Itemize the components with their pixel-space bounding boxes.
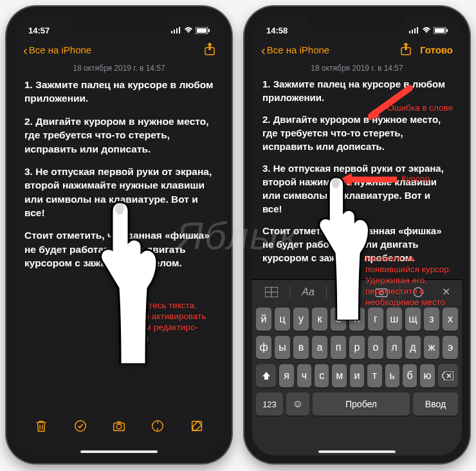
home-indicator[interactable] xyxy=(318,450,396,453)
pointing-hand-icon xyxy=(90,197,161,364)
done-button[interactable]: Готово xyxy=(420,44,453,55)
paragraph: 2. Двигайте курором в нужное место, где … xyxy=(24,115,214,156)
key-щ[interactable]: щ xyxy=(405,308,421,331)
compose-button[interactable] xyxy=(190,419,204,436)
share-icon xyxy=(401,42,411,55)
key-э[interactable]: э xyxy=(443,336,458,359)
battery-icon xyxy=(196,27,210,34)
home-indicator[interactable] xyxy=(80,450,158,453)
key-ы[interactable]: ы xyxy=(275,336,290,359)
key-и[interactable]: и xyxy=(350,364,364,387)
backspace-icon xyxy=(442,371,453,380)
svg-rect-1 xyxy=(174,30,175,33)
phone-left: 14:57 ‹ Все на iPhone 18 октя xyxy=(6,6,232,463)
back-button[interactable]: ‹ Все на iPhone xyxy=(23,44,91,57)
key-row: 123 ☺ Пробел Ввод xyxy=(255,392,459,416)
svg-rect-5 xyxy=(197,28,206,33)
nav-bar: ‹ Все на iPhone xyxy=(14,40,224,62)
wifi-icon xyxy=(422,27,431,33)
back-button[interactable]: ‹ Все на iPhone xyxy=(261,44,329,57)
status-time: 14:58 xyxy=(266,26,288,35)
back-label: Все на iPhone xyxy=(267,44,330,55)
annotation-cursor: Курсор xyxy=(401,174,430,185)
checklist-button[interactable] xyxy=(73,419,87,436)
battery-icon xyxy=(434,27,448,34)
back-label: Все на iPhone xyxy=(29,44,92,55)
share-button[interactable] xyxy=(401,42,411,57)
screen: 14:57 ‹ Все на iPhone 18 октя xyxy=(14,14,224,456)
keyboard: йцукенгшщзх фывапролджэ ячсмитьбю 123 ☺ … xyxy=(252,304,462,456)
note-date: 18 октября 2019 г. в 14:57 xyxy=(14,62,224,78)
share-button[interactable] xyxy=(205,42,215,57)
key-л[interactable]: л xyxy=(387,336,402,359)
key-я[interactable]: я xyxy=(279,364,293,387)
svg-point-13 xyxy=(115,202,124,215)
svg-point-8 xyxy=(75,421,86,432)
svg-rect-6 xyxy=(208,29,210,32)
svg-rect-20 xyxy=(446,29,448,32)
notch xyxy=(71,14,167,31)
bottom-toolbar xyxy=(14,409,224,456)
paragraph: 2. Двигайте курором в нужное место, где … xyxy=(262,113,452,153)
chevron-left-icon: ‹ xyxy=(23,44,28,57)
key-row: фывапролджэ xyxy=(255,336,459,359)
signal-icon xyxy=(409,27,419,33)
key-в[interactable]: в xyxy=(293,336,309,359)
key-ш[interactable]: ш xyxy=(387,308,402,331)
shift-icon xyxy=(261,371,271,381)
svg-rect-15 xyxy=(412,30,413,33)
key-ф[interactable]: ф xyxy=(256,336,271,359)
trash-button[interactable] xyxy=(34,419,48,436)
svg-rect-16 xyxy=(414,28,416,33)
svg-rect-3 xyxy=(179,27,180,33)
wifi-icon xyxy=(184,27,193,33)
nav-bar: ‹ Все на iPhone Готово xyxy=(252,40,462,62)
return-key[interactable]: Ввод xyxy=(413,392,458,416)
key-й[interactable]: й xyxy=(256,308,271,331)
note-date: 18 октября 2019 г. в 14:57 xyxy=(252,62,462,78)
svg-point-29 xyxy=(332,177,340,189)
shift-key[interactable] xyxy=(256,364,276,387)
key-п[interactable]: п xyxy=(331,336,346,359)
key-з[interactable]: з xyxy=(424,308,439,331)
annotation-hold-cursor: Нажмите на появившийся курсор. Удерживая… xyxy=(365,254,455,308)
svg-point-10 xyxy=(116,424,121,429)
emoji-key[interactable]: ☺ xyxy=(286,392,309,416)
signal-icon xyxy=(171,27,181,33)
key-ь[interactable]: ь xyxy=(385,364,399,387)
key-т[interactable]: т xyxy=(367,364,381,387)
markup-button[interactable] xyxy=(151,419,165,436)
key-х[interactable]: х xyxy=(443,308,458,331)
key-с[interactable]: с xyxy=(315,364,329,387)
key-а[interactable]: а xyxy=(312,336,327,359)
pointing-hand-icon xyxy=(309,172,373,320)
svg-rect-0 xyxy=(171,31,172,33)
svg-rect-17 xyxy=(417,27,418,33)
key-у[interactable]: у xyxy=(293,308,309,331)
svg-rect-14 xyxy=(409,31,410,33)
key-б[interactable]: б xyxy=(403,364,417,387)
screen: 14:58 ‹ Все на iPhone Готово xyxy=(252,14,462,456)
share-icon xyxy=(205,42,215,55)
key-р[interactable]: р xyxy=(349,336,365,359)
key-д[interactable]: д xyxy=(405,336,421,359)
key-ю[interactable]: ю xyxy=(420,364,434,387)
chevron-left-icon: ‹ xyxy=(261,44,266,57)
svg-rect-2 xyxy=(176,28,178,33)
key-ч[interactable]: ч xyxy=(297,364,311,387)
backspace-key[interactable] xyxy=(438,364,458,387)
status-indicators xyxy=(171,27,210,34)
status-indicators xyxy=(409,27,448,34)
numbers-key[interactable]: 123 xyxy=(256,392,283,416)
key-м[interactable]: м xyxy=(332,364,346,387)
key-row: ячсмитьбю xyxy=(255,364,459,387)
key-ж[interactable]: ж xyxy=(424,336,439,359)
table-button[interactable] xyxy=(259,287,284,297)
svg-rect-19 xyxy=(435,28,444,33)
camera-button[interactable] xyxy=(112,419,126,436)
paragraph: 1. Зажмите палец на курсоре в любом прил… xyxy=(24,78,214,106)
notch xyxy=(309,14,405,31)
key-о[interactable]: о xyxy=(368,336,383,359)
space-key[interactable]: Пробел xyxy=(313,392,410,416)
key-ц[interactable]: ц xyxy=(275,308,290,331)
